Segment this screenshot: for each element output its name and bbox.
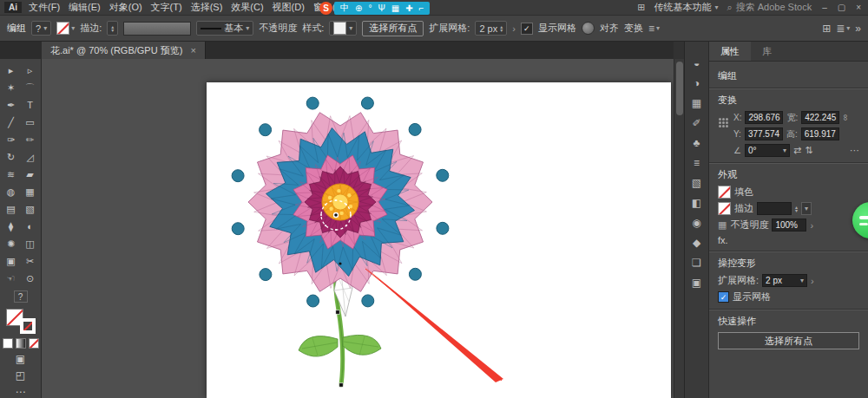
stroke-none-swatch[interactable] — [718, 202, 731, 215]
opacity-field[interactable]: 100% — [772, 219, 806, 232]
free-transform-tool[interactable]: ▰ — [21, 166, 40, 183]
slice-tool[interactable]: ✂ — [21, 252, 40, 270]
panel-list-icon[interactable]: ≣▾ — [836, 23, 850, 35]
height-field[interactable]: 619.917 — [801, 127, 839, 140]
collapse-panels-icon[interactable]: » — [855, 23, 861, 35]
style-dropdown[interactable]: ▾ — [329, 21, 357, 36]
menu-item-0[interactable]: 文件(F) — [29, 1, 60, 14]
rotate-tool[interactable]: ↻ — [2, 148, 21, 166]
keyboard-icon[interactable]: ▦ — [391, 3, 399, 13]
color-panel-icon[interactable]: ◒ — [694, 57, 700, 69]
menu-item-2[interactable]: 对象(O) — [109, 1, 142, 14]
none-button[interactable] — [29, 338, 39, 349]
help-icon[interactable]: ? — [14, 290, 28, 303]
appearance-icon[interactable]: ◉ — [692, 217, 700, 229]
pencil-tool[interactable]: ✏ — [21, 131, 40, 148]
scrollbar-thumb[interactable] — [676, 62, 683, 115]
brushes-icon[interactable]: ✐ — [692, 117, 700, 129]
flip-vertical-icon[interactable]: ⇅ — [805, 145, 812, 156]
gradient-panel-icon[interactable]: ▧ — [692, 177, 701, 189]
mesh-tool[interactable]: ▤ — [2, 200, 21, 218]
menu-item-3[interactable]: 文字(T) — [151, 1, 182, 14]
layers-icon[interactable]: ❏ — [692, 257, 701, 269]
fill-label[interactable]: 填色 — [734, 186, 753, 199]
artboard-tool[interactable]: ▣ — [2, 252, 21, 270]
opacity-label[interactable]: 不透明度 — [259, 22, 297, 35]
expand-mesh-field[interactable]: 2 px ▾ — [762, 274, 807, 287]
ime-toolbar[interactable]: S 中⊕°Ψ▦✚⌐ — [319, 1, 430, 15]
menu-item-1[interactable]: 编辑(E) — [69, 1, 101, 14]
shape-builder-tool[interactable]: ◍ — [2, 183, 21, 200]
menu-item-4[interactable]: 选择(S) — [191, 1, 223, 14]
minimize-button[interactable]: – — [822, 3, 827, 12]
close-button[interactable]: × — [856, 3, 861, 12]
blend-tool[interactable]: ◐ — [21, 218, 40, 235]
ime-logo[interactable]: S — [319, 2, 332, 15]
width-field[interactable]: 422.245 — [801, 111, 839, 124]
flip-horizontal-icon[interactable]: ⇄ — [793, 145, 801, 156]
fill-none-swatch[interactable] — [718, 186, 731, 199]
type-tool[interactable]: T — [21, 96, 40, 114]
select-all-points-action[interactable]: 选择所有点 — [718, 332, 859, 349]
options-menu-icon[interactable]: ≡▾ — [648, 23, 660, 35]
target-icon[interactable]: ⊕ — [355, 3, 362, 13]
close-tab-icon[interactable]: × — [190, 45, 195, 55]
menu-item-5[interactable]: 效果(C) — [231, 1, 263, 14]
restore-button[interactable]: ▢ — [838, 3, 845, 12]
artboard[interactable] — [207, 82, 671, 398]
color-guide-icon[interactable]: ◑ — [694, 77, 700, 89]
menu-item-6[interactable]: 视图(D) — [273, 1, 305, 14]
fx-button[interactable]: fx. — [718, 235, 859, 245]
stroke-weight-field[interactable] — [757, 202, 792, 215]
recolor-artwork-icon[interactable] — [582, 22, 595, 35]
stroke-unit-dropdown[interactable]: ▾ — [801, 202, 812, 215]
x-field[interactable]: 298.676 — [745, 111, 783, 124]
eyedropper-tool[interactable]: ⧫ — [2, 218, 21, 235]
more-options-icon[interactable]: ⋯ — [850, 145, 859, 156]
lasso-tool[interactable]: ⌒ — [21, 79, 40, 96]
stroke-color-swatch[interactable]: ▾ — [56, 22, 75, 35]
chevron-right-icon[interactable]: › — [810, 220, 813, 231]
artboards-icon[interactable]: ▣ — [692, 277, 701, 289]
y-field[interactable]: 377.574 — [745, 127, 783, 140]
link-dimensions-icon[interactable]: ∞ — [841, 114, 851, 121]
symbols-icon[interactable]: ♣ — [694, 137, 700, 149]
spinner-icon[interactable]: ▴▾ — [795, 206, 798, 212]
hand-tool[interactable]: ☜ — [2, 270, 21, 287]
stroke-weight-stepper[interactable]: ▴▾ — [107, 21, 118, 36]
draw-mode-button[interactable]: ▣ — [16, 353, 25, 365]
color-button[interactable] — [3, 338, 13, 349]
paintbrush-tool[interactable]: ✑ — [2, 131, 21, 148]
more-tools-icon[interactable]: ⋯ — [16, 386, 26, 398]
workspace-switcher-icon[interactable]: ⊞ — [637, 2, 645, 13]
fill-stroke-indicator[interactable] — [6, 309, 36, 334]
wrench-icon[interactable]: ⌐ — [419, 3, 424, 13]
column-graph-tool[interactable]: ◫ — [21, 235, 40, 252]
direct-selection-tool[interactable]: ▹ — [21, 62, 40, 79]
show-mesh-checkbox[interactable]: ✓ — [521, 23, 533, 35]
input-mode-icon[interactable]: 中 — [340, 2, 349, 14]
mic-icon[interactable]: Ψ — [378, 3, 385, 13]
perspective-grid-tool[interactable]: ▦ — [21, 183, 40, 200]
rectangle-tool[interactable]: ▭ — [21, 114, 40, 131]
stroke-label[interactable]: 描边 — [734, 202, 753, 215]
stroke-panel-icon[interactable]: ≡ — [694, 157, 700, 169]
panel-grid-icon[interactable]: ⊞ — [822, 23, 831, 35]
line-segment-tool[interactable]: ╱ — [2, 114, 21, 131]
gradient-button[interactable] — [16, 338, 26, 349]
select-all-points-button[interactable]: 选择所有点 — [362, 21, 424, 36]
brush-definition-dropdown[interactable] — [123, 22, 191, 36]
stroke-profile-dropdown[interactable]: 基本 ▾ — [196, 21, 253, 36]
rotation-dropdown[interactable]: 0° ▾ — [745, 144, 790, 157]
chevron-right-icon[interactable]: › — [811, 276, 814, 286]
reference-point-locator[interactable] — [718, 117, 729, 128]
magic-wand-tool[interactable]: ✶ — [2, 79, 21, 96]
app-logo[interactable]: Ai — [4, 2, 22, 13]
selection-tool[interactable]: ▸ — [2, 62, 21, 79]
canvas-area[interactable] — [42, 59, 674, 398]
align-menu[interactable]: 对齐 — [600, 22, 619, 35]
graphic-styles-icon[interactable]: ◆ — [693, 237, 700, 249]
degree-icon[interactable]: ° — [368, 3, 372, 13]
scale-tool[interactable]: ◿ — [21, 148, 40, 166]
document-tab[interactable]: 花.ai* @ 70% (RGB/GPU 预览) × — [42, 42, 206, 59]
